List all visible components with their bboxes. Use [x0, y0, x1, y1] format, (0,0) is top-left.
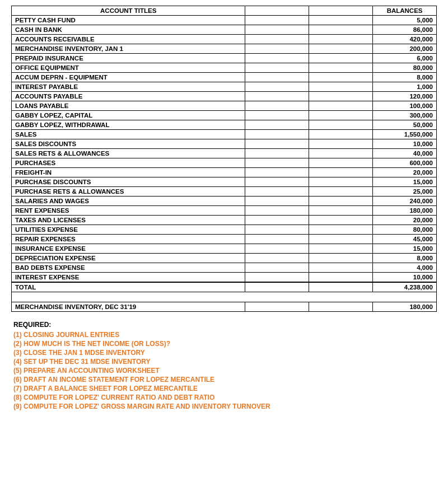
balance-cell: 50,000: [373, 120, 437, 130]
debit-cell: [245, 16, 309, 25]
credit-cell: [309, 149, 373, 158]
account-name: TAXES AND LICENSES: [12, 216, 245, 225]
credit-cell: [309, 111, 373, 120]
balance-cell: 200,000: [373, 44, 437, 54]
table-row: FREIGHT-IN20,000: [12, 168, 437, 177]
table-row: RENT EXPENSES180,000: [12, 206, 437, 216]
debit-cell: [245, 101, 309, 111]
account-name: INTEREST PAYABLE: [12, 82, 245, 92]
required-label: REQUIRED:: [13, 321, 437, 329]
balance-cell: 10,000: [373, 139, 437, 149]
account-name: PETTY CASH FUND: [12, 16, 245, 25]
credit-cell: [309, 225, 373, 235]
table-row: LOANS PAYABLE100,000: [12, 101, 437, 111]
table-row: SALES RETS & ALLOWANCES40,000: [12, 149, 437, 158]
balance-cell: 180,000: [373, 206, 437, 216]
account-name: SALES RETS & ALLOWANCES: [12, 149, 245, 158]
credit-cell: [309, 120, 373, 130]
debit-cell: [245, 63, 309, 73]
credit-cell: [309, 235, 373, 244]
table-row: SALES DISCOUNTS10,000: [12, 139, 437, 149]
table-row: TOTAL4,238,000: [12, 282, 437, 292]
account-name: INTEREST EXPENSE: [12, 273, 245, 283]
table-row: MERCHANDISE INVENTORY, DEC 31'19180,000: [12, 302, 437, 312]
balance-cell: 86,000: [373, 25, 437, 35]
credit-cell: [309, 92, 373, 101]
table-row: OFFICE EQUIPMENT80,000: [12, 63, 437, 73]
credit-cell: [309, 273, 373, 283]
required-section: REQUIRED: (1) CLOSING JOURNAL ENTRIES(2)…: [11, 321, 437, 410]
table-row: ACCOUNTS PAYABLE120,000: [12, 92, 437, 101]
account-name: REPAIR EXPENSES: [12, 235, 245, 244]
table-row: INTEREST EXPENSE10,000: [12, 273, 437, 283]
account-name: GABBY LOPEZ, WITHDRAWAL: [12, 120, 245, 130]
table-row: MERCHANDISE INVENTORY, JAN 1200,000: [12, 44, 437, 54]
credit-cell: [309, 73, 373, 82]
balance-cell: 420,000: [373, 35, 437, 44]
debit-cell: [245, 206, 309, 216]
balance-cell: 80,000: [373, 225, 437, 235]
balance-cell: 15,000: [373, 177, 437, 187]
credit-cell: [309, 139, 373, 149]
balance-cell: 20,000: [373, 168, 437, 177]
account-name: FREIGHT-IN: [12, 168, 245, 177]
balance-cell: 20,000: [373, 216, 437, 225]
account-name: INSURANCE EXPENSE: [12, 244, 245, 254]
table-row: INSURANCE EXPENSE15,000: [12, 244, 437, 254]
credit-cell: [309, 197, 373, 206]
debit-cell: [245, 73, 309, 82]
account-name: PURCHASE RETS & ALLOWANCES: [12, 187, 245, 197]
debit-cell: [245, 177, 309, 187]
account-name: ACCUM DEPRN - EQUIPMENT: [12, 73, 245, 82]
debit-cell: [245, 120, 309, 130]
balance-cell: 10,000: [373, 273, 437, 283]
table-row: UTILITIES EXPENSE80,000: [12, 225, 437, 235]
balance-cell: 180,000: [373, 302, 437, 312]
credit-cell: [309, 206, 373, 216]
account-name: SALARIES AND WAGES: [12, 197, 245, 206]
debit-cell: [245, 282, 309, 292]
balance-cell: 40,000: [373, 149, 437, 158]
table-row: SALARIES AND WAGES240,000: [12, 197, 437, 206]
header-account: ACCOUNT TITLES: [12, 6, 245, 16]
header-balance: BALANCES: [373, 6, 437, 16]
credit-cell: [309, 254, 373, 263]
table-row: GABBY LOPEZ, CAPITAL300,000: [12, 111, 437, 120]
account-name: SALES DISCOUNTS: [12, 139, 245, 149]
balance-cell: 45,000: [373, 235, 437, 244]
balance-cell: 1,000: [373, 82, 437, 92]
debit-cell: [245, 302, 309, 312]
credit-cell: [309, 158, 373, 168]
credit-cell: [309, 187, 373, 197]
account-name: ACCOUNTS PAYABLE: [12, 92, 245, 101]
balance-cell: 4,238,000: [373, 282, 437, 292]
account-name: TOTAL: [12, 282, 245, 292]
table-row: PURCHASE RETS & ALLOWANCES25,000: [12, 187, 437, 197]
required-item: (5) PREPARE AN ACCOUNTING WORKSHEET: [13, 367, 437, 375]
spacer-row: [12, 292, 437, 302]
debit-cell: [245, 44, 309, 54]
balance-cell: 100,000: [373, 101, 437, 111]
credit-cell: [309, 35, 373, 44]
account-name: BAD DEBTS EXPENSE: [12, 263, 245, 273]
credit-cell: [309, 168, 373, 177]
balance-cell: 4,000: [373, 263, 437, 273]
required-item: (3) CLOSE THE JAN 1 MDSE INVENTORY: [13, 349, 437, 357]
credit-cell: [309, 44, 373, 54]
required-item: (7) DRAFT A BALANCE SHEET FOR LOPEZ MERC…: [13, 385, 437, 392]
balance-cell: 15,000: [373, 244, 437, 254]
required-item: (8) COMPUTE FOR LOPEZ' CURRENT RATIO AND…: [13, 394, 437, 401]
debit-cell: [245, 92, 309, 101]
header-col3: [309, 6, 373, 16]
debit-cell: [245, 54, 309, 63]
account-name: CASH IN BANK: [12, 25, 245, 35]
credit-cell: [309, 263, 373, 273]
debit-cell: [245, 111, 309, 120]
account-name: LOANS PAYABLE: [12, 101, 245, 111]
balance-cell: 6,000: [373, 54, 437, 63]
account-name: UTILITIES EXPENSE: [12, 225, 245, 235]
credit-cell: [309, 101, 373, 111]
account-name: MERCHANDISE INVENTORY, DEC 31'19: [12, 302, 245, 312]
account-name: SALES: [12, 130, 245, 139]
balance-cell: 8,000: [373, 254, 437, 263]
